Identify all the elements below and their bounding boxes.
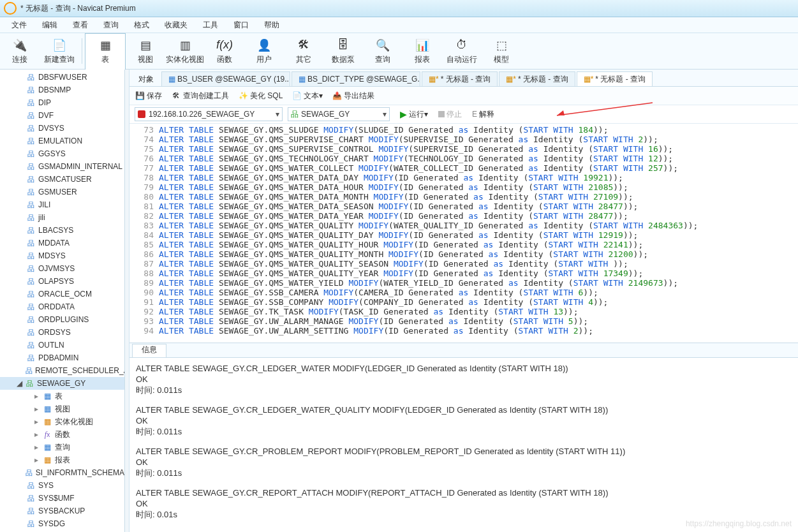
tree-schema-outln[interactable]: 品OUTLN — [0, 339, 124, 351]
explain-button[interactable]: E解释 — [472, 109, 494, 120]
tree-schema-dip[interactable]: 品DIP — [0, 96, 124, 109]
toolbar-automation[interactable]: ⏱自动运行 — [442, 33, 482, 69]
tab-untitled-1[interactable]: ▦** 无标题 - 查询 — [422, 71, 498, 86]
schema-icon: 品 — [291, 109, 299, 120]
tree-schema-gsmcatuser[interactable]: 品GSMCATUSER — [0, 173, 124, 186]
tree-schema-oracle_ocm[interactable]: 品ORACLE_OCM — [0, 288, 124, 300]
menu-4[interactable]: 格式 — [126, 18, 157, 32]
tree-schema-olapsys[interactable]: 品OLAPSYS — [0, 275, 124, 288]
save-button[interactable]: 💾保存 — [135, 91, 162, 101]
tab-bs-user[interactable]: ▦BS_USER @SEWAGE_GY (19... — [161, 71, 290, 86]
tab-untitled-2[interactable]: ▦** 无标题 - 查询 — [499, 71, 575, 86]
menu-2[interactable]: 查看 — [65, 18, 96, 32]
tree-child-tables[interactable]: ▸▦表 — [0, 390, 124, 403]
beautify-sql-button[interactable]: ✨美化 SQL — [238, 91, 283, 101]
tree-schema-gsmadmin_internal[interactable]: 品GSMADMIN_INTERNAL — [0, 160, 124, 173]
tree-schema-mddata[interactable]: 品MDDATA — [0, 237, 124, 249]
expand-icon[interactable]: ▸ — [34, 392, 42, 401]
schema-icon: 品 — [26, 302, 36, 311]
object-tree-sidebar: 品DBSFWUSER品DBSNMP品DIP品DVF品DVSYS品EMULATIO… — [0, 70, 125, 532]
tree-child-reports[interactable]: ▸▦报表 — [0, 454, 124, 466]
new-query-icon: 📄 — [50, 38, 68, 53]
schema-icon: 品 — [26, 73, 36, 82]
collapse-icon[interactable]: ◢ — [17, 379, 24, 388]
tree-schema-dvsys[interactable]: 品DVSYS — [0, 122, 124, 135]
code-area[interactable]: ALTER TABLE SEWAGE_GY.QMS_SLUDGE MODIFY(… — [159, 124, 798, 343]
tree-schema-orddata[interactable]: 品ORDDATA — [0, 300, 124, 313]
menu-5[interactable]: 收藏夹 — [157, 18, 195, 32]
tree-schema-sewage-gy[interactable]: ◢品SEWAGE_GY — [0, 377, 124, 390]
toolbar-function[interactable]: f(x)函数 — [205, 33, 244, 69]
message-tab-info[interactable]: 信息 — [132, 344, 166, 357]
tree-schema-ggsys[interactable]: 品GGSYS — [0, 147, 124, 160]
tree-schema-sysbackup[interactable]: 品SYSBACKUP — [0, 505, 124, 517]
message-tabs: 信息 — [129, 343, 798, 358]
schema-icon: 品 — [26, 188, 36, 196]
tree-schema-ordplugins[interactable]: 品ORDPLUGINS — [0, 313, 124, 326]
connection-combo[interactable]: 192.168.10.226_SEWAGE_GY▾ — [135, 107, 283, 121]
export-result-button[interactable]: 📤导出结果 — [332, 91, 374, 101]
query-builder-button[interactable]: 🛠查询创建工具 — [171, 91, 229, 101]
expand-icon[interactable]: ▸ — [34, 404, 42, 413]
tree-schema-si_informtn_schema[interactable]: 品SI_INFORMTN_SCHEMA — [0, 466, 124, 479]
expand-icon[interactable]: ▸ — [34, 455, 42, 464]
tree-schema-sysdg[interactable]: 品SYSDG — [0, 517, 124, 530]
stop-button[interactable]: 停止 — [438, 109, 462, 120]
tree-child-mat-views[interactable]: ▸▦实体化视图 — [0, 415, 124, 428]
tree-child-queries[interactable]: ▸▦查询 — [0, 441, 124, 454]
schema-combo[interactable]: 品 SEWAGE_GY▾ — [288, 107, 390, 121]
tree-schema-dvf[interactable]: 品DVF — [0, 109, 124, 122]
toolbar-connect[interactable]: 🔌连接 — [0, 33, 40, 69]
tree-schema-dbsfwuser[interactable]: 品DBSFWUSER — [0, 71, 124, 84]
schema-icon: 品 — [26, 315, 36, 324]
toolbar-materialized-view[interactable]: ▥实体化视图 — [165, 33, 205, 69]
toolbar-report[interactable]: 📊报表 — [403, 33, 442, 69]
expand-icon[interactable]: ▸ — [34, 443, 42, 452]
menu-1[interactable]: 编辑 — [34, 18, 65, 32]
star-icon: ▦* — [429, 75, 439, 84]
toolbar-other[interactable]: 🛠其它 — [284, 33, 323, 69]
tree-schema-pdbadmin[interactable]: 品PDBADMIN — [0, 351, 124, 364]
schema-icon: 品 — [26, 85, 36, 94]
tab-bs-dict[interactable]: ▦BS_DICT_TYPE @SEWAGE_G... — [292, 71, 420, 86]
tree-child-functions[interactable]: ▸fx函数 — [0, 428, 124, 441]
toolbar-view[interactable]: ▤视图 — [126, 33, 165, 69]
tree-schema-sys$umf[interactable]: 品SYS$UMF — [0, 492, 124, 505]
view-icon: ▤ — [137, 38, 154, 53]
run-button[interactable]: ▶运行 ▾ — [400, 109, 428, 120]
splitter[interactable] — [125, 70, 129, 532]
menu-7[interactable]: 窗口 — [226, 18, 256, 32]
tree-schema-lbacsys[interactable]: 品LBACSYS — [0, 224, 124, 237]
menu-3[interactable]: 查询 — [96, 18, 126, 32]
tree-schema-emulation[interactable]: 品EMULATION — [0, 135, 124, 147]
tree-schema-jili[interactable]: 品jili — [0, 211, 124, 224]
tree-schema-mdsys[interactable]: 品MDSYS — [0, 249, 124, 262]
text-button[interactable]: 📄文本 ▾ — [292, 91, 323, 101]
sql-editor[interactable]: 7374757677787980818283848586878889909192… — [129, 124, 798, 343]
menu-6[interactable]: 工具 — [195, 18, 226, 32]
toolbar-datapump[interactable]: 🗄数据泵 — [323, 33, 363, 69]
other-icon: 🛠 — [295, 38, 313, 53]
tables-icon: ▦ — [42, 392, 52, 401]
expand-icon[interactable]: ▸ — [34, 417, 42, 426]
tree-schema-jili[interactable]: 品JILI — [0, 198, 124, 211]
tree-schema-ordsys[interactable]: 品ORDSYS — [0, 326, 124, 339]
tree-schema-remote_scheduler_agent[interactable]: 品REMOTE_SCHEDULER_AGENT — [0, 364, 124, 377]
tree-child-views[interactable]: ▸▦视图 — [0, 403, 124, 415]
tab-objects[interactable]: 对象 — [132, 72, 160, 86]
message-panel: ALTER TABLE SEWAGE_GY.CR_LEDGER_WATER MO… — [129, 358, 798, 532]
toolbar-query[interactable]: 🔍查询 — [363, 33, 403, 69]
menu-0[interactable]: 文件 — [4, 18, 34, 32]
datapump-icon: 🗄 — [334, 38, 352, 53]
toolbar-user[interactable]: 👤用户 — [244, 33, 284, 69]
toolbar-model[interactable]: ⬚模型 — [482, 33, 521, 69]
tree-schema-ojvmsys[interactable]: 品OJVMSYS — [0, 262, 124, 275]
tab-untitled-3[interactable]: ▦** 无标题 - 查询 — [577, 71, 653, 86]
toolbar-new-query[interactable]: 📄新建查询 — [40, 33, 79, 69]
menu-8[interactable]: 帮助 — [256, 18, 287, 32]
tree-schema-dbsnmp[interactable]: 品DBSNMP — [0, 84, 124, 96]
tree-schema-gsmuser[interactable]: 品GSMUSER — [0, 186, 124, 198]
tree-schema-sys[interactable]: 品SYS — [0, 479, 124, 492]
toolbar-table[interactable]: ▦表 — [85, 33, 126, 70]
expand-icon[interactable]: ▸ — [34, 430, 42, 439]
